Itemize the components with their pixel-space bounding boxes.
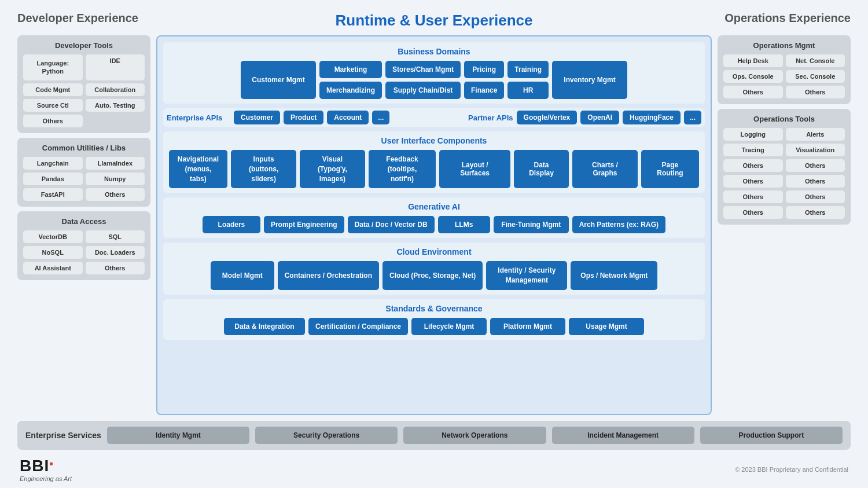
identity-mgmt: Identity Mgmt — [107, 427, 249, 444]
api-account: Account — [327, 111, 369, 124]
security-operations: Security Operations — [255, 427, 398, 444]
dev-others: Others — [23, 115, 83, 127]
platform-mgmt: Platform Mgmt — [490, 318, 565, 335]
model-mgmt: Model Mgmt — [211, 261, 274, 290]
common-utilities-title: Common Utilities / Libs — [23, 144, 145, 152]
langchain: Langchain — [23, 157, 83, 170]
utils-others: Others — [86, 188, 145, 201]
loaders: Loaders — [203, 216, 260, 233]
tracing: Tracing — [723, 144, 783, 156]
cloud-environment-title: Cloud Environment — [169, 247, 699, 256]
prompt-engineering: Prompt Engineering — [264, 216, 344, 233]
usage-mgmt: Usage Mgmt — [569, 318, 644, 335]
biz-col-marketing: Marketing Merchandizing — [319, 61, 382, 99]
code-mgmt: Code Mgmt — [23, 83, 83, 96]
data-access-box: Data Access VectorDB SQL NoSQL Doc. Load… — [17, 211, 150, 280]
data-display: Data Display — [514, 150, 569, 188]
ops-network-mgmt: Ops / Network Mgmt — [571, 261, 657, 290]
stores-chan-mgmt: Stores/Chan Mgmt — [385, 61, 461, 78]
data-access-title: Data Access — [23, 217, 145, 226]
api-huggingface: HuggingFace — [623, 111, 681, 124]
center-section-title: Runtime & User Experience — [145, 12, 723, 30]
apis-row: Enterprise APIs Customer Product Account… — [163, 108, 705, 127]
containers-orchestration: Containers / Orchestration — [278, 261, 379, 290]
main-title-row: Developer Experience Runtime & User Expe… — [17, 12, 851, 30]
ops-tools-others7: Others — [723, 206, 783, 219]
lifecycle-mgmt: Lifecycle Mgmt — [411, 318, 487, 335]
nosql: NoSQL — [23, 246, 83, 259]
ui-components-section: User Interface Components Navigational(m… — [163, 131, 705, 193]
charts-graphs: Charts / Graphs — [572, 150, 638, 188]
biz-col-pricing: Pricing Finance — [464, 61, 504, 99]
business-domains-row: Customer Mgmt Marketing Merchandizing St… — [169, 61, 699, 99]
finance: Finance — [464, 82, 504, 99]
logo: BBI■ — [20, 457, 72, 475]
operations-mgmt-box: Operations Mgmt Help Desk Net. Console O… — [718, 35, 851, 104]
business-domains-title: Business Domains — [169, 47, 699, 56]
fastapi: FastAPI — [23, 188, 83, 201]
biz-col-stores: Stores/Chan Mgmt Supply Chain/Dist — [385, 61, 461, 99]
enterprise-apis-label: Enterprise APIs — [167, 113, 230, 122]
data-others: Others — [86, 262, 145, 274]
alerts: Alerts — [786, 128, 845, 141]
fine-tuning-mgmt: Fine-Tuning Mgmt — [494, 216, 569, 233]
hr: HR — [507, 82, 549, 99]
copyright: © 2023 BBI Proprietary and Confidential — [735, 466, 848, 473]
standards-governance-row: Data & Integration Certification / Compl… — [169, 318, 699, 335]
main-content: Developer Tools Language:Python IDE Code… — [17, 35, 851, 415]
visualization: Visualization — [786, 144, 845, 156]
generative-ai-section: Generative AI Loaders Prompt Engineering… — [163, 197, 705, 238]
footer: BBI■ Engineering as Art © 2023 BBI Propr… — [17, 457, 851, 482]
ai-assistant: AI Assistant — [23, 262, 83, 274]
logo-tagline: Engineering as Art — [20, 475, 72, 482]
incident-management: Incident Management — [552, 427, 694, 444]
help-desk: Help Desk — [723, 54, 783, 67]
logo-area: BBI■ Engineering as Art — [20, 457, 72, 482]
ops-tools-others1: Others — [723, 159, 783, 172]
operations-tools-box: Operations Tools Logging Alerts Tracing … — [718, 109, 851, 225]
customer-mgmt: Customer Mgmt — [241, 61, 316, 99]
ops-tools-others6: Others — [786, 190, 845, 203]
right-section-title: Operations Experience — [723, 12, 851, 25]
enterprise-services-label: Enterprise Services — [25, 431, 101, 440]
llms: LLMs — [438, 216, 490, 233]
ui-components-title: User Interface Components — [169, 136, 699, 145]
data-integration: Data & Integration — [224, 318, 305, 335]
api-partner-more: ... — [684, 111, 701, 124]
ops-tools-others5: Others — [723, 190, 783, 203]
operations-tools-title: Operations Tools — [723, 115, 845, 123]
ops-mgmt-others1: Others — [723, 86, 783, 98]
generative-ai-title: Generative AI — [169, 202, 699, 211]
net-console: Net. Console — [786, 54, 845, 67]
feedback: Feedback(tooltips, notif'n) — [369, 150, 436, 188]
source-ctl: Source Ctl — [23, 99, 83, 112]
marketing: Marketing — [319, 61, 382, 78]
arch-patterns: Arch Patterns (ex: RAG) — [572, 216, 665, 233]
api-google-vertex: Google/Vertex — [517, 111, 578, 124]
partner-apis-label: Partner APIs — [461, 113, 513, 122]
collaboration: Collaboration — [86, 83, 145, 96]
logging: Logging — [723, 128, 783, 141]
ops-tools-others8: Others — [786, 206, 845, 219]
ops-tools-others2: Others — [786, 159, 845, 172]
left-panel: Developer Tools Language:Python IDE Code… — [17, 35, 150, 415]
right-panel: Operations Mgmt Help Desk Net. Console O… — [718, 35, 851, 415]
standards-governance-section: Standards & Governance Data & Integratio… — [163, 299, 705, 340]
sec-console: Sec. Console — [786, 70, 845, 83]
certification-compliance: Certification / Compliance — [308, 318, 408, 335]
vectordb: VectorDB — [23, 230, 83, 243]
ops-tools-others3: Others — [723, 175, 783, 188]
training: Training — [507, 61, 549, 78]
doc-loaders: Doc. Loaders — [86, 246, 145, 259]
merchandizing: Merchandizing — [319, 82, 382, 99]
ops-console: Ops. Console — [723, 70, 783, 83]
biz-col-training: Training HR — [507, 61, 549, 99]
developer-tools-box: Developer Tools Language:Python IDE Code… — [17, 35, 150, 133]
business-domains-section: Business Domains Customer Mgmt Marketing… — [163, 42, 705, 104]
enterprise-services-row: Enterprise Services Identity Mgmt Securi… — [17, 421, 851, 450]
lang-python: Language:Python — [23, 54, 83, 80]
ops-tools-others4: Others — [786, 175, 845, 188]
ui-components-row: Navigational(menus, tabs) Inputs (button… — [169, 150, 699, 188]
api-openai: OpenAI — [580, 111, 619, 124]
ops-mgmt-others2: Others — [786, 86, 845, 98]
